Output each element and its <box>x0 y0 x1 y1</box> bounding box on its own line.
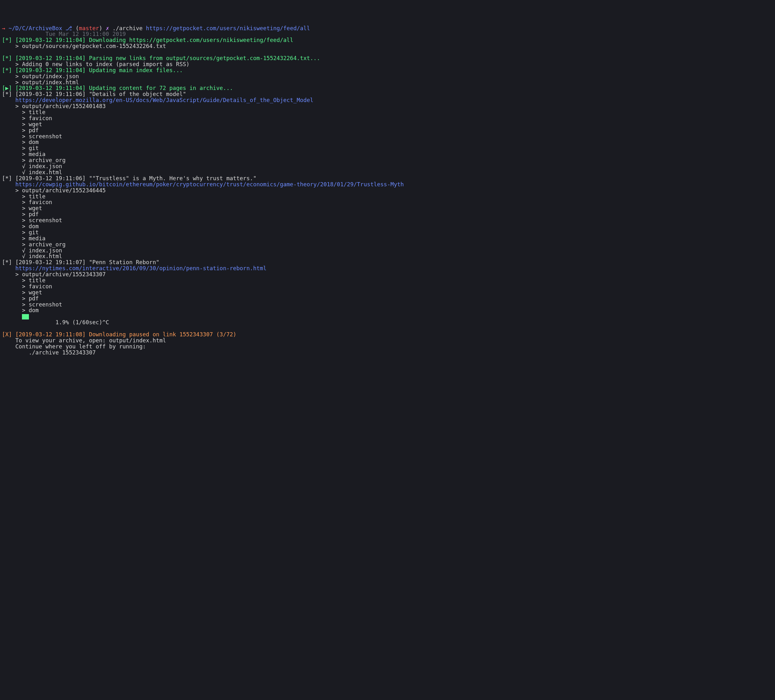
page-header: [*] [2019-03-12 19:11:06] "Details of th… <box>2 91 773 97</box>
paused-resume-cmd: ./archive 1552343307 <box>2 350 773 356</box>
wall-clock: Tue Mar 12 19:11:00 2019 <box>2 31 773 37</box>
status-line: [*] [2019-03-12 19:11:04] Downloading ht… <box>2 37 773 43</box>
status-detail: > output/index.html <box>2 80 773 85</box>
task-line: > git <box>2 145 773 151</box>
status-line: [*] [2019-03-12 19:11:04] Parsing new li… <box>2 55 773 62</box>
cursor-line <box>2 313 773 319</box>
task-line: > title <box>2 278 773 284</box>
status-detail: > output/index.json <box>2 73 773 80</box>
task-line: > media <box>2 151 773 157</box>
task-line: > favicon <box>2 115 773 121</box>
page-output-dir: > output/archive/1552346445 <box>2 188 773 194</box>
task-line: √ index.json <box>2 163 773 170</box>
task-line: > dom <box>2 223 773 229</box>
task-line: > pdf <box>2 296 773 302</box>
task-line: > dom <box>2 308 773 313</box>
task-line: > wget <box>2 205 773 211</box>
shell-prompt: → ~/D/C/ArchiveBox ⎇ (master) ✗ ./archiv… <box>2 25 773 32</box>
task-line: > pdf <box>2 211 773 218</box>
task-line: > screenshot <box>2 218 773 223</box>
status-detail: > output/sources/getpocket.com-155243226… <box>2 43 773 49</box>
task-line: √ index.html <box>2 253 773 259</box>
task-line: > screenshot <box>2 133 773 140</box>
task-line: √ index.html <box>2 170 773 175</box>
paused-hint: Continue where you left off by running: <box>2 344 773 350</box>
paused-hint: To view your archive, open: output/index… <box>2 338 773 344</box>
page-output-dir: > output/archive/1552343307 <box>2 271 773 278</box>
paused-header: [X] [2019-03-12 19:11:08] Downloading pa… <box>2 332 773 338</box>
status-detail: > Adding 0 new links to index (parsed im… <box>2 62 773 67</box>
page-header: [*] [2019-03-12 19:11:06] ""Trustless" i… <box>2 175 773 181</box>
task-line: > git <box>2 229 773 236</box>
page-url: https://developer.mozilla.org/en-US/docs… <box>2 97 773 103</box>
page-output-dir: > output/archive/1552401483 <box>2 103 773 109</box>
task-line: > wget <box>2 121 773 128</box>
progress-line: 1.9% (1/60sec)^C <box>2 319 773 326</box>
task-line: √ index.json <box>2 248 773 254</box>
task-line: > wget <box>2 289 773 296</box>
task-line: > title <box>2 194 773 200</box>
page-url: https://nytimes.com/interactive/2016/09/… <box>2 266 773 271</box>
task-line: > dom <box>2 139 773 145</box>
task-line: > pdf <box>2 128 773 133</box>
page-header: [*] [2019-03-12 19:11:07] "Penn Station … <box>2 259 773 266</box>
status-line: [*] [2019-03-12 19:11:04] Updating main … <box>2 67 773 73</box>
cursor-block <box>22 314 29 320</box>
terminal-output: → ~/D/C/ArchiveBox ⎇ (master) ✗ ./archiv… <box>2 25 773 356</box>
task-line: > archive_org <box>2 242 773 248</box>
page-url: https://cowpig.github.io/bitcoin/ethereu… <box>2 181 773 188</box>
task-line: > archive_org <box>2 157 773 163</box>
task-line: > media <box>2 236 773 242</box>
task-line: > title <box>2 109 773 115</box>
task-line: > screenshot <box>2 302 773 308</box>
status-line: [▶] [2019-03-12 19:11:04] Updating conte… <box>2 85 773 91</box>
task-line: > favicon <box>2 284 773 289</box>
task-line: > favicon <box>2 200 773 205</box>
